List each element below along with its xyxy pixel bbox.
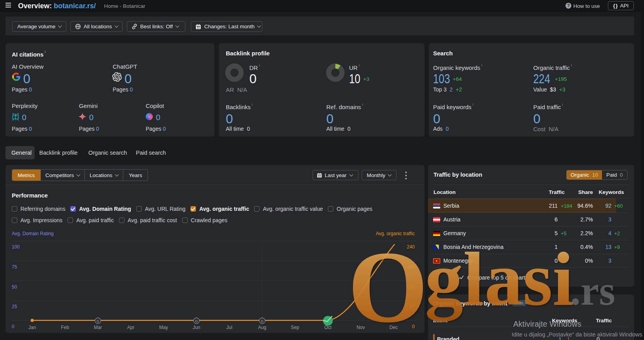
svg-text:.rs: .rs [570,268,615,314]
svg-text:glasi: glasi [425,236,574,322]
svg-text:O: O [348,230,428,340]
